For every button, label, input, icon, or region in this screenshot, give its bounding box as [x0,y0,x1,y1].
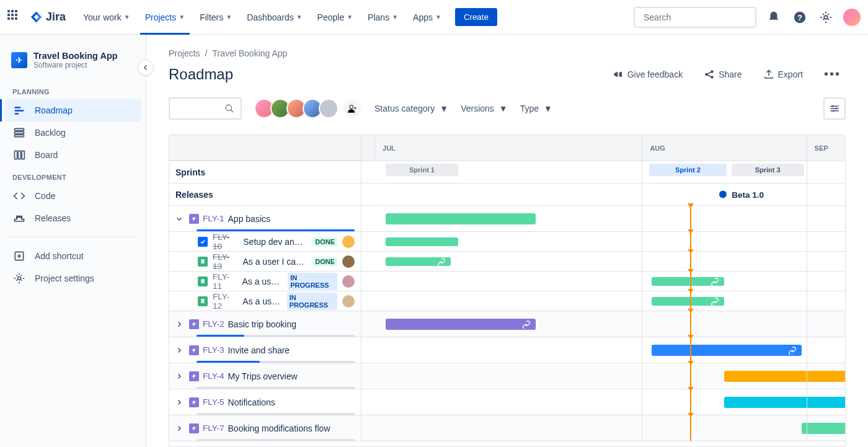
sidebar-section-planning: PLANNING [5,84,141,99]
sidebar-item-code[interactable]: Code [5,185,141,207]
sidebar-item-board[interactable]: Board [5,144,141,166]
issue-title[interactable]: App basics [228,214,270,224]
timeline-bar[interactable] [652,277,724,286]
assignee-avatar[interactable] [342,255,355,268]
timeline-bar[interactable] [802,423,846,434]
timeline-bar[interactable] [386,319,536,330]
nav-item-plans[interactable]: Plans ▼ [363,10,403,25]
timeline-bar[interactable] [652,345,802,356]
create-button[interactable]: Create [455,8,497,26]
help-icon[interactable]: ? [791,9,808,26]
give-feedback-button[interactable]: Give feedback [608,65,688,84]
progress-bar [197,229,355,231]
app-switcher-icon[interactable] [7,10,22,25]
chevron-right-icon[interactable] [175,347,185,354]
sidebar-item-add-shortcut[interactable]: Add shortcut [5,245,141,267]
svg-line-20 [231,110,233,112]
svg-point-19 [226,105,231,110]
timeline-bar[interactable] [724,371,846,382]
breadcrumb-root[interactable]: Projects [169,48,200,58]
chevron-right-icon[interactable] [175,321,185,328]
timeline-bar[interactable] [652,297,724,306]
status-badge: DONE [312,257,337,267]
epic-icon [189,345,199,355]
avatar-unassigned[interactable] [319,99,339,118]
assignee-avatar[interactable] [342,275,355,288]
jira-logo-text: Jira [46,11,66,24]
nav-item-filters[interactable]: Filters ▼ [195,10,237,25]
issue-key[interactable]: FLY-5 [203,397,224,407]
assignee-filter [254,99,362,118]
nav-item-projects[interactable]: Projects ▼ [140,10,190,25]
chevron-down-icon: ▼ [440,104,448,113]
issue-title[interactable]: As a user I can ... [242,257,308,267]
issue-title[interactable]: Invite and share [228,345,290,355]
export-button[interactable]: Export [758,65,808,84]
add-assignee-button[interactable] [342,99,362,118]
nav-item-your-work[interactable]: Your work ▼ [78,10,135,25]
chevron-right-icon[interactable] [175,399,185,406]
month-label: JUL [374,135,539,161]
chevron-down-icon: ▼ [392,14,398,20]
versions-filter[interactable]: Versions ▼ [461,104,508,113]
sprint-bar[interactable]: Sprint 2 [649,164,727,176]
epic-icon [189,319,199,329]
issue-key[interactable]: FLY-11 [213,272,237,291]
sprint-bar[interactable]: Sprint 3 [732,164,804,176]
sidebar-item-backlog[interactable]: Backlog [5,122,141,144]
jira-logo[interactable]: Jira [30,11,66,24]
assignee-avatar[interactable] [342,236,355,248]
filter-search-input[interactable] [169,97,242,120]
issue-title[interactable]: Basic trip booking [228,319,297,329]
issue-key[interactable]: FLY-3 [203,345,224,355]
timeline-bar[interactable] [386,213,536,224]
top-nav: Jira Your work ▼Projects ▼Filters ▼Dashb… [0,0,868,35]
sidebar-item-project-settings[interactable]: Project settings [5,267,141,290]
sidebar-item-releases[interactable]: Releases [5,207,141,229]
chevron-right-icon[interactable] [175,425,185,432]
view-settings-button[interactable] [823,97,846,120]
timeline-bar[interactable] [724,397,846,408]
issue-key[interactable]: FLY-1 [203,214,224,223]
issue-key[interactable]: FLY-12 [213,292,237,311]
story-icon [198,277,208,286]
issue-title[interactable]: Setup dev and ... [243,237,308,247]
release-marker[interactable]: Beta 1.0 [719,190,764,199]
main-content: Projects / Travel Booking App Roadmap Gi… [146,35,868,447]
timeline-bar[interactable] [386,237,458,246]
search-input[interactable] [644,12,752,22]
issue-key[interactable]: FLY-2 [203,319,224,329]
svg-rect-11 [15,151,17,159]
sidebar-collapse-button[interactable] [138,60,154,76]
status-category-filter[interactable]: Status category ▼ [374,104,448,113]
chevron-right-icon[interactable] [175,373,185,380]
issue-title[interactable]: My Trips overview [228,371,298,381]
share-button[interactable]: Share [699,65,746,84]
export-icon [763,69,774,80]
issue-title[interactable]: Booking modifications flow [228,423,330,433]
project-header[interactable]: ✈ Travel Booking App Software project [5,47,141,73]
issue-key[interactable]: FLY-10 [213,232,238,251]
nav-item-dashboards[interactable]: Dashboards ▼ [242,10,307,25]
breadcrumb-project[interactable]: Travel Booking App [212,48,287,58]
assignee-avatar[interactable] [342,295,355,308]
issue-title[interactable]: Notifications [228,397,275,407]
issue-title[interactable]: As a user... [242,277,283,286]
issue-key[interactable]: FLY-13 [213,252,237,271]
settings-icon[interactable] [817,9,835,26]
chevron-down-icon[interactable] [175,215,185,223]
nav-item-people[interactable]: People ▼ [312,10,358,25]
type-filter[interactable]: Type ▼ [520,104,552,113]
global-search[interactable] [634,7,756,28]
nav-item-apps[interactable]: Apps ▼ [408,10,446,25]
issue-key[interactable]: FLY-4 [203,371,224,381]
more-actions-button[interactable]: ••• [819,63,846,85]
issue-title[interactable]: As a use... [242,296,281,306]
notifications-icon[interactable] [765,9,782,26]
profile-avatar[interactable] [843,9,861,26]
sprint-bar[interactable]: Sprint 1 [386,164,458,176]
sidebar-item-roadmap[interactable]: Roadmap [5,99,141,122]
timeline-bar[interactable] [386,257,451,266]
project-subtitle: Software project [33,61,118,69]
issue-key[interactable]: FLY-7 [203,423,224,433]
